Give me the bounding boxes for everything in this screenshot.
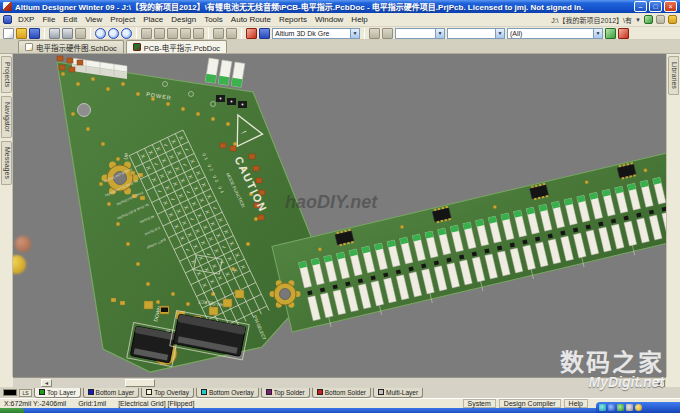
storage-path-combo[interactable]: J:\【我的新项目2012】\有	[551, 15, 632, 25]
mask-level-combo[interactable]: (All)▼	[507, 28, 603, 39]
scroll-right-icon[interactable]: ►	[654, 379, 665, 387]
panel-tab-navigator[interactable]: Navigator	[1, 96, 12, 138]
layer-tab-bottom-solder[interactable]: Bottom Solder	[312, 388, 371, 398]
tray-icon-2[interactable]	[608, 404, 615, 411]
system-panels-button[interactable]: System	[463, 399, 496, 408]
storage-refresh-icon[interactable]	[644, 15, 653, 24]
window-title: Altium Designer Winter 09 - J:\【我的新项目201…	[15, 1, 631, 12]
left-panel-strip: Projects Navigator Messages	[0, 54, 13, 377]
document-tab-bar: 电平指示硬件图.SchDoc PCB-电平指示.PcbDoc	[0, 40, 680, 54]
design-compiler-button[interactable]: Design Compiler	[499, 399, 561, 408]
menu-view[interactable]: View	[81, 14, 106, 25]
print-icon[interactable]	[49, 28, 60, 39]
pcb-doc-icon	[133, 43, 141, 51]
tray-icon-4[interactable]	[626, 404, 633, 411]
menu-tools[interactable]: Tools	[200, 14, 227, 25]
tab-pcbdoc[interactable]: PCB-电平指示.PcbDoc	[126, 40, 227, 53]
view-configuration-combo[interactable]: Altium 3D Dk Gre▼	[272, 28, 360, 39]
panel-tab-projects[interactable]: Projects	[1, 56, 12, 93]
led-package	[231, 62, 245, 87]
tray-security-alert-icon[interactable]	[635, 404, 642, 411]
open-document-icon[interactable]	[16, 28, 27, 39]
menu-window[interactable]: Window	[311, 14, 347, 25]
pcb-led-strip	[272, 149, 666, 336]
layer-tab-bottom-overlay[interactable]: Bottom Overlay	[196, 388, 259, 398]
flip-board-icon[interactable]	[382, 28, 393, 39]
copy-icon[interactable]	[154, 28, 165, 39]
storage-browse-icon[interactable]	[656, 15, 665, 24]
led-package	[218, 60, 232, 85]
start-button-fragment[interactable]	[0, 408, 24, 413]
net-combo[interactable]: ▼	[395, 28, 445, 39]
close-button[interactable]: ×	[664, 1, 677, 12]
open-device-view-icon[interactable]	[75, 28, 86, 39]
layer-tab-multi-layer[interactable]: Multi-Layer	[373, 388, 423, 398]
save-icon[interactable]	[29, 28, 40, 39]
component-combo[interactable]: ▼	[447, 28, 505, 39]
h-scrollbar-thumb[interactable]	[125, 379, 155, 387]
app-icon	[3, 2, 12, 11]
layer-tab-bottom-layer[interactable]: Bottom Layer	[83, 388, 140, 398]
layer-tab-top-solder[interactable]: Top Solder	[261, 388, 310, 398]
altium-designer-window: Altium Designer Winter 09 - J:\【我的新项目201…	[0, 0, 680, 413]
zoom-area-icon[interactable]	[108, 28, 119, 39]
tab-schdoc[interactable]: 电平指示硬件图.SchDoc	[18, 40, 124, 53]
layer-tab-bar: LS Top Layer Bottom Layer Top Overlay Bo…	[0, 387, 680, 398]
redo-icon[interactable]	[226, 28, 237, 39]
menu-project[interactable]: Project	[106, 14, 139, 25]
zoom-fit-icon[interactable]	[95, 28, 106, 39]
menu-auto-route[interactable]: Auto Route	[227, 14, 275, 25]
led-package	[205, 58, 219, 83]
clear-filter-icon[interactable]	[618, 28, 629, 39]
new-document-icon[interactable]	[3, 28, 14, 39]
zoom-selected-icon[interactable]	[121, 28, 132, 39]
layer-tab-top-overlay[interactable]: Top Overlay	[141, 388, 194, 398]
maximize-button[interactable]: □	[649, 1, 662, 12]
drill-hole	[78, 104, 91, 117]
undo-icon[interactable]	[213, 28, 224, 39]
h-scrollbar-track[interactable]: ◄ ►	[13, 377, 666, 387]
horizontal-scrollbar-row: ◄ ►	[0, 377, 680, 387]
status-bar: X:672mil Y:-2406mil Grid:1mil [Electrica…	[0, 398, 680, 408]
menu-place[interactable]: Place	[139, 14, 167, 25]
storage-add-icon[interactable]	[668, 15, 677, 24]
print-preview-icon[interactable]	[62, 28, 73, 39]
layer-tab-top-layer[interactable]: Top Layer	[34, 388, 81, 398]
current-layer-swatch[interactable]	[3, 389, 17, 396]
title-bar[interactable]: Altium Designer Winter 09 - J:\【我的新项目201…	[0, 0, 680, 13]
schematic-doc-icon	[25, 43, 33, 51]
storage-path-dropdown-icon[interactable]: ▼	[635, 17, 641, 23]
menu-dxp[interactable]: DXP	[14, 14, 38, 25]
move-icon[interactable]	[193, 28, 204, 39]
panel-tab-libraries[interactable]: Libraries	[668, 56, 679, 95]
menu-reports[interactable]: Reports	[275, 14, 311, 25]
apply-filter-icon[interactable]	[605, 28, 616, 39]
minimize-button[interactable]: –	[634, 1, 647, 12]
pcb-editor-canvas[interactable]: X✓XXXX✓XXXXXXX✓XXXXXX✓XX✓XXX✓XXXXXXXXXXX…	[13, 54, 666, 377]
pcb-3d-view[interactable]: X✓XXXX✓XXXXXXX✓XXXXXX✓XX✓XXX✓XXXXXXXXXXX…	[13, 54, 666, 377]
panel-tab-messages[interactable]: Messages	[1, 141, 12, 185]
menu-bar: DXP File Edit View Project Place Design …	[0, 13, 680, 27]
board-insight-icon[interactable]	[259, 28, 270, 39]
select-area-icon[interactable]	[180, 28, 191, 39]
tray-icon-3[interactable]	[617, 404, 624, 411]
rotate-view-icon[interactable]	[369, 28, 380, 39]
menu-design[interactable]: Design	[167, 14, 200, 25]
paste-icon[interactable]	[167, 28, 178, 39]
menu-edit[interactable]: Edit	[59, 14, 81, 25]
status-flags: [Electrical Grid] [Flipped]	[118, 400, 194, 407]
grid-readout: Grid:1mil	[78, 400, 106, 407]
interactive-routing-icon[interactable]	[246, 28, 257, 39]
system-tray	[596, 402, 680, 413]
right-panel-strip: Libraries	[666, 54, 680, 377]
help-panels-button[interactable]: Help	[564, 399, 588, 408]
windows-taskbar-fragment	[0, 408, 680, 413]
scroll-left-icon[interactable]: ◄	[41, 379, 52, 387]
menu-help[interactable]: Help	[347, 14, 371, 25]
menu-file[interactable]: File	[38, 14, 59, 25]
dxp-icon	[3, 15, 12, 24]
main-toolbar: Altium 3D Dk Gre▼ ▼ ▼ (All)▼	[0, 27, 680, 40]
cut-icon[interactable]	[141, 28, 152, 39]
layer-sets-button[interactable]: LS	[19, 389, 32, 397]
tray-icon-1[interactable]	[599, 404, 606, 411]
